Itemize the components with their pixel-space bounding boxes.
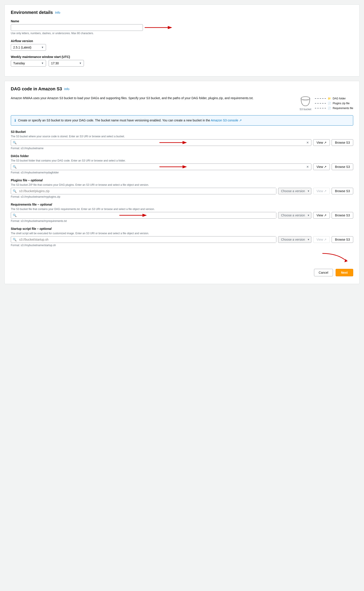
plugins-view-external-icon: ↗ xyxy=(324,189,327,193)
startup-browse-button[interactable]: Browse S3 xyxy=(332,236,353,243)
plugins-browse-button[interactable]: Browse S3 xyxy=(332,188,353,194)
s3-bucket-field-group: S3 Bucket The S3 bucket where your sourc… xyxy=(11,130,353,150)
cancel-button[interactable]: Cancel xyxy=(314,269,333,276)
requirements-browse-button[interactable]: Browse S3 xyxy=(332,212,353,219)
s3-bucket-search-icon: 🔍 xyxy=(11,141,18,144)
startup-version-select-wrapper: Choose a version ▼ xyxy=(278,236,311,243)
view-external-icon: ↗ xyxy=(324,141,327,144)
requirements-format-hint: Format: s3://mybucketname/myrequirements… xyxy=(11,219,353,223)
s3-console-link[interactable]: Amazon S3 console ↗ xyxy=(211,118,241,122)
file-icon-requirements: 📄 xyxy=(328,107,331,110)
file-icon-plugins: 📄 xyxy=(328,102,331,105)
dag-title-text: DAG code in Amazon S3 xyxy=(11,86,62,92)
next-button[interactable]: Next xyxy=(336,269,353,276)
dags-folder-label: DAGs folder xyxy=(11,154,353,158)
svg-marker-9 xyxy=(143,214,147,217)
dag-diagram: S3 bucket 📁 DAG folder 📄 Plugins zip fil… xyxy=(299,96,353,111)
bucket-label: S3 bucket xyxy=(299,108,311,111)
s3-bucket-format-hint: Format: s3://mybucketname xyxy=(11,147,353,150)
dashed-line-dag xyxy=(315,98,326,99)
startup-script-label: Startup script file – optional xyxy=(11,227,353,230)
s3-bucket-label: S3 Bucket xyxy=(11,130,353,133)
plugins-file-hint: The S3 bucket ZIP file that contains you… xyxy=(11,183,353,186)
plugins-file-field-group: Plugins file – optional The S3 bucket ZI… xyxy=(11,178,353,198)
plugins-file-label: Plugins file – optional xyxy=(11,178,353,182)
footer-row: Cancel Next xyxy=(11,267,353,279)
dags-folder-browse-button[interactable]: Browse S3 xyxy=(332,164,353,170)
plugins-format-hint: Format: s3://mybucketname/myplugins.zip xyxy=(11,195,353,198)
dag-description-row: Amazon MWAA uses your Amazon S3 bucket t… xyxy=(11,96,353,111)
diagram-line-plugins: 📄 Plugins zip file xyxy=(315,102,353,105)
info-box-text: Create or specify an S3 bucket to store … xyxy=(18,118,242,123)
name-hint: Use only letters, numbers, dashes, or un… xyxy=(11,32,353,35)
maintenance-window-label: Weekly maintenance window start (UTC) xyxy=(11,55,353,59)
startup-view-external-icon: ↗ xyxy=(324,238,327,241)
footer-arrow-area xyxy=(11,251,353,264)
s3-bucket-hint: The S3 bucket where your source code is … xyxy=(11,135,353,138)
requirements-version-select[interactable]: Choose a version xyxy=(278,212,311,219)
svg-marker-7 xyxy=(182,165,187,168)
requirements-file-label: Requirements file – optional xyxy=(11,203,353,206)
s3-bucket-red-arrow xyxy=(159,139,188,146)
requirements-view-button[interactable]: View ↗ xyxy=(313,212,330,219)
dags-folder-red-arrow xyxy=(159,164,188,170)
svg-marker-5 xyxy=(182,141,187,144)
s3-bucket-input-row: 🔍 s3://exoflow-airflow ✕ View ↗ Browse S… xyxy=(11,139,353,146)
plugins-file-input-row: 🔍 Choose a version ▼ View ↗ Browse S3 xyxy=(11,188,353,194)
plugins-search-icon: 🔍 xyxy=(11,189,18,193)
startup-search-icon: 🔍 xyxy=(11,238,18,241)
requirements-red-arrow xyxy=(119,212,148,219)
startup-script-hint: The shell script will be executed for cu… xyxy=(11,232,353,235)
s3-bucket-view-button[interactable]: View ↗ xyxy=(313,139,330,146)
requirements-search-icon: 🔍 xyxy=(11,214,18,217)
plugins-version-select-wrapper: Choose a version ▼ xyxy=(278,188,311,194)
dashed-line-requirements xyxy=(315,108,326,108)
diagram-line-requirements: 📄 Requirements file xyxy=(315,107,353,110)
section-title-environment: Environment details Info xyxy=(11,10,353,15)
name-red-arrow xyxy=(145,24,173,31)
startup-format-hint: Format: s3://mybucketname/startup.sh xyxy=(11,244,353,247)
next-red-arrow xyxy=(320,251,351,264)
maintenance-day-select[interactable]: Tuesday xyxy=(11,60,46,66)
plugins-file-input-wrapper: 🔍 xyxy=(11,188,276,194)
airflow-version-field-group: Airflow version 2.5.1 (Latest) ▼ xyxy=(11,39,353,51)
name-label: Name xyxy=(11,20,353,23)
dag-section-title: DAG code in Amazon S3 Info xyxy=(11,86,353,92)
requirements-input-row: 🔍 s3://exoflow-airflow/requirements.txt … xyxy=(11,212,353,219)
svg-marker-1 xyxy=(168,26,172,29)
plugins-zip-label: Plugins zip file xyxy=(333,102,350,105)
startup-script-field-group: Startup script file – optional The shell… xyxy=(11,227,353,247)
info-box: ℹ Create or specify an S3 bucket to stor… xyxy=(11,115,353,126)
dags-folder-input-row: 🔍 s3://exoflow-airflow/dags ✕ View ↗ Bro… xyxy=(11,164,353,170)
external-link-icon: ↗ xyxy=(239,118,242,122)
plugins-view-button: View ↗ xyxy=(313,188,330,194)
info-circle-icon: ℹ xyxy=(14,118,16,123)
plugins-version-select[interactable]: Choose a version xyxy=(278,188,311,194)
dashed-line-plugins xyxy=(315,103,326,104)
dags-folder-format-hint: Format: s3://mybucketname/mydagfolder xyxy=(11,171,353,174)
dags-folder-field-group: DAGs folder The S3 bucket folder that co… xyxy=(11,154,353,174)
dags-folder-view-button[interactable]: View ↗ xyxy=(313,164,330,170)
environment-info-link[interactable]: Info xyxy=(55,11,60,14)
maintenance-time-select[interactable]: 17:30 xyxy=(49,60,84,66)
dag-info-link[interactable]: Info xyxy=(64,87,69,91)
startup-script-input[interactable] xyxy=(18,236,276,243)
dag-description-text: Amazon MWAA uses your Amazon S3 bucket t… xyxy=(11,96,293,100)
maintenance-day-select-wrapper: Tuesday ▼ xyxy=(11,60,46,66)
requirements-version-select-wrapper: Choose a version ▼ xyxy=(278,212,311,219)
plugins-file-input[interactable] xyxy=(18,188,276,194)
name-input[interactable]: MyAirflowEnvironment xyxy=(11,24,143,31)
airflow-version-select[interactable]: 2.5.1 (Latest) xyxy=(11,44,46,51)
requirements-file-hint: The S3 bucket file that contains your DA… xyxy=(11,208,353,211)
requirements-file-label: Requirements file xyxy=(333,107,353,110)
dags-view-external-icon: ↗ xyxy=(324,165,327,169)
maintenance-time-select-wrapper: 17:30 ▼ xyxy=(49,60,84,66)
s3-bucket-clear-icon[interactable]: ✕ xyxy=(304,141,311,144)
dags-folder-clear-icon[interactable]: ✕ xyxy=(304,165,311,169)
startup-version-select[interactable]: Choose a version xyxy=(278,236,311,243)
maintenance-row: Tuesday ▼ 17:30 ▼ xyxy=(11,60,353,66)
s3-bucket-browse-button[interactable]: Browse S3 xyxy=(332,139,353,146)
folder-icon: 📁 xyxy=(328,97,331,100)
name-input-wrapper: MyAirflowEnvironment xyxy=(11,24,353,31)
s3-bucket-diagram-icon: S3 bucket xyxy=(299,96,311,111)
